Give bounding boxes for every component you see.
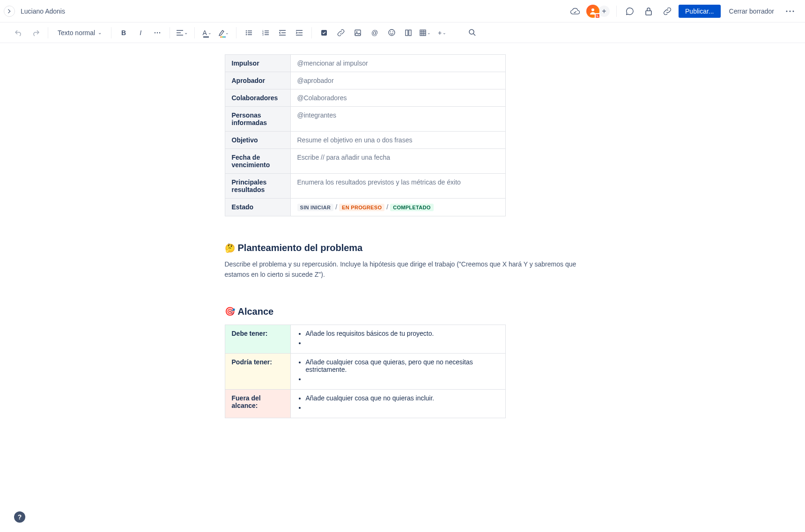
table-row[interactable]: EstadoSIN INICIAR/EN PROGRESO/COMPLETADO bbox=[225, 199, 505, 216]
svg-point-6 bbox=[157, 32, 158, 33]
table-row[interactable]: Aprobador@aprobador bbox=[225, 72, 505, 89]
table-row[interactable]: ObjetivoResume el objetivo en una o dos … bbox=[225, 132, 505, 149]
separator bbox=[236, 27, 236, 38]
row-label: Estado bbox=[225, 199, 290, 216]
layout-button[interactable] bbox=[401, 25, 416, 40]
find-button[interactable] bbox=[465, 25, 480, 40]
lock-icon[interactable] bbox=[641, 4, 656, 19]
redo-button[interactable] bbox=[28, 25, 43, 40]
row-label: Fecha de vencimiento bbox=[225, 149, 290, 174]
row-value[interactable]: SIN INICIAR/EN PROGRESO/COMPLETADO bbox=[290, 199, 505, 216]
svg-point-11 bbox=[246, 30, 247, 31]
italic-button[interactable]: I bbox=[133, 25, 148, 40]
insert-more-button[interactable]: +⌄ bbox=[435, 25, 450, 40]
breadcrumb[interactable]: Luciano Adonis bbox=[21, 7, 65, 15]
svg-line-43 bbox=[473, 34, 475, 36]
alignment-button[interactable]: ⌄ bbox=[175, 25, 190, 40]
scope-value[interactable]: Añade cualquier cosa que quieras, pero q… bbox=[290, 353, 505, 389]
scope-value[interactable]: Añade cualquier cosa que no quieras incl… bbox=[290, 389, 505, 418]
list-item[interactable]: Añade cualquier cosa que no quieras incl… bbox=[306, 394, 499, 402]
scope-label: Podría tener: bbox=[225, 353, 290, 389]
list-item[interactable] bbox=[306, 404, 499, 411]
scope-title: Alcance bbox=[238, 306, 274, 317]
table-row[interactable]: Principales resultadosEnumera los result… bbox=[225, 174, 505, 199]
svg-point-32 bbox=[389, 30, 395, 36]
table-row[interactable]: Debe tener:Añade los requisitos básicos … bbox=[225, 325, 505, 353]
text-style-dropdown[interactable]: Texto normal ⌄ bbox=[53, 27, 106, 38]
list-item[interactable] bbox=[306, 339, 499, 347]
table-button[interactable]: ⌄ bbox=[418, 25, 433, 40]
header-left: Luciano Adonis bbox=[4, 6, 65, 17]
row-value[interactable]: Escribe // para añadir una fecha bbox=[290, 149, 505, 174]
scope-label: Debe tener: bbox=[225, 325, 290, 353]
undo-button[interactable] bbox=[11, 25, 26, 40]
action-item-button[interactable] bbox=[317, 25, 332, 40]
status-badge[interactable]: SIN INICIAR bbox=[297, 204, 334, 211]
editor-toolbar: Texto normal ⌄ B I ⌄ A⌄ ⌄ 123 @ ⌄ +⌄ bbox=[0, 22, 805, 43]
highlight-button[interactable]: ⌄ bbox=[216, 25, 231, 40]
link-icon[interactable] bbox=[660, 4, 675, 19]
problem-body[interactable]: Describe el problema y su repercusión. I… bbox=[225, 259, 581, 280]
list-item[interactable]: Añade cualquier cosa que quieras, pero q… bbox=[306, 358, 499, 373]
separator bbox=[170, 27, 170, 38]
row-label: Objetivo bbox=[225, 132, 290, 149]
mention-button[interactable]: @ bbox=[367, 25, 382, 40]
row-value[interactable]: @Colaboradores bbox=[290, 89, 505, 107]
numbered-list-button[interactable]: 123 bbox=[258, 25, 273, 40]
target-emoji-icon: 🎯 bbox=[225, 306, 235, 317]
svg-text:3: 3 bbox=[262, 33, 264, 36]
status-badge[interactable]: EN PROGRESO bbox=[339, 204, 384, 211]
table-row[interactable]: Fecha de vencimientoEscribe // para añad… bbox=[225, 149, 505, 174]
scope-heading[interactable]: 🎯 Alcance bbox=[225, 306, 581, 317]
svg-point-5 bbox=[155, 32, 155, 33]
list-item[interactable]: Añade los requisitos básicos de tu proye… bbox=[306, 330, 499, 337]
row-value[interactable]: @aprobador bbox=[290, 72, 505, 89]
row-value[interactable]: Enumera los resultados previstos y las m… bbox=[290, 174, 505, 199]
svg-rect-35 bbox=[406, 30, 408, 36]
svg-point-4 bbox=[793, 10, 794, 12]
svg-rect-1 bbox=[646, 11, 651, 15]
indent-button[interactable] bbox=[292, 25, 307, 40]
row-value[interactable]: @mencionar al impulsor bbox=[290, 55, 505, 72]
comment-icon[interactable] bbox=[622, 4, 637, 19]
insert-link-button[interactable] bbox=[333, 25, 348, 40]
avatar-badge: L bbox=[595, 13, 600, 19]
table-row[interactable]: Podría tener:Añade cualquier cosa que qu… bbox=[225, 353, 505, 389]
close-draft-button[interactable]: Cerrar borrador bbox=[724, 5, 779, 18]
scope-value[interactable]: Añade los requisitos básicos de tu proye… bbox=[290, 325, 505, 353]
text-color-button[interactable]: A⌄ bbox=[199, 25, 214, 40]
bold-button[interactable]: B bbox=[116, 25, 131, 40]
saved-icon[interactable] bbox=[568, 4, 583, 19]
publish-button[interactable]: Publicar... bbox=[679, 5, 720, 18]
avatar-group: L + bbox=[586, 5, 611, 18]
row-value[interactable]: @integrantes bbox=[290, 107, 505, 132]
svg-rect-30 bbox=[355, 30, 361, 36]
table-row[interactable]: Fuera del alcance:Añade cualquier cosa q… bbox=[225, 389, 505, 418]
info-table[interactable]: Impulsor@mencionar al impulsorAprobador@… bbox=[225, 54, 506, 216]
bullet-list-button[interactable] bbox=[241, 25, 256, 40]
separator: / bbox=[386, 203, 388, 211]
insert-image-button[interactable] bbox=[350, 25, 365, 40]
table-row[interactable]: Colaboradores@Colaboradores bbox=[225, 89, 505, 107]
emoji-button[interactable] bbox=[384, 25, 399, 40]
scope-table[interactable]: Debe tener:Añade los requisitos básicos … bbox=[225, 325, 506, 418]
table-row[interactable]: Impulsor@mencionar al impulsor bbox=[225, 55, 505, 72]
expand-sidebar-button[interactable] bbox=[4, 6, 15, 17]
problem-heading[interactable]: 🤔 Planteamiento del problema bbox=[225, 243, 581, 253]
separator bbox=[616, 6, 617, 17]
table-row[interactable]: Personas informadas@integrantes bbox=[225, 107, 505, 132]
svg-point-42 bbox=[469, 30, 474, 34]
status-badge[interactable]: COMPLETADO bbox=[390, 204, 433, 211]
user-avatar[interactable]: L bbox=[586, 5, 599, 18]
svg-point-31 bbox=[356, 31, 357, 32]
more-icon[interactable] bbox=[783, 4, 798, 19]
svg-point-3 bbox=[790, 10, 791, 12]
editor-content[interactable]: Impulsor@mencionar al impulsorAprobador@… bbox=[225, 43, 581, 446]
list-item[interactable] bbox=[306, 375, 499, 383]
outdent-button[interactable] bbox=[275, 25, 290, 40]
row-value[interactable]: Resume el objetivo en una o dos frases bbox=[290, 132, 505, 149]
row-label: Personas informadas bbox=[225, 107, 290, 132]
svg-point-0 bbox=[591, 8, 594, 11]
more-formatting-button[interactable] bbox=[150, 25, 165, 40]
row-label: Aprobador bbox=[225, 72, 290, 89]
